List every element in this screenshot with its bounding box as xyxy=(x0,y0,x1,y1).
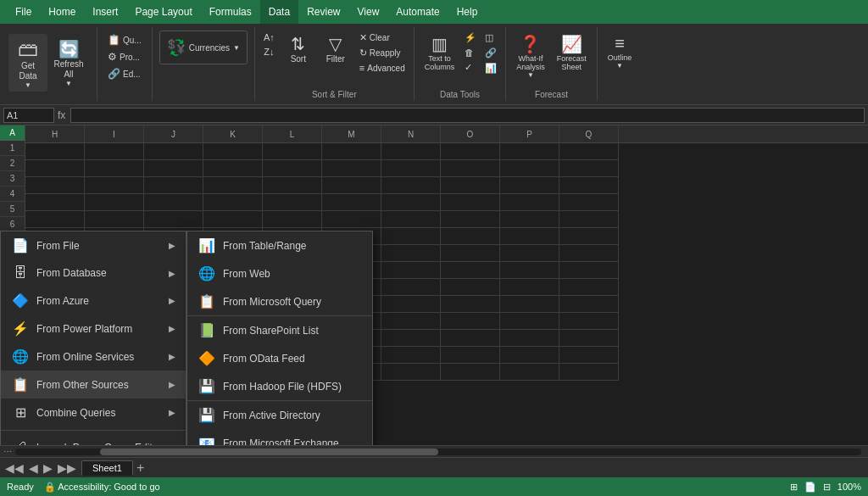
sheet-tab-sheet1[interactable]: Sheet1 xyxy=(81,460,133,476)
view-page-layout-icon[interactable]: 📄 xyxy=(804,482,816,493)
view-page-break-icon[interactable]: ⊟ xyxy=(823,482,831,493)
menu-help[interactable]: Help xyxy=(448,0,487,24)
properties-button[interactable]: ⚙ Pro... xyxy=(104,49,145,64)
submenu-item-from-sharepoint-list[interactable]: 📗 From SharePoint List xyxy=(187,316,372,344)
currencies-button[interactable]: 💱 Currencies ▼ xyxy=(159,31,248,64)
from-power-platform-label: From Power Platform xyxy=(36,323,132,335)
ribbon-group-currencies: 💱 Currencies ▼ xyxy=(153,27,255,101)
sheet1-label: Sheet1 xyxy=(92,463,122,473)
menu-file[interactable]: File xyxy=(7,0,40,24)
scroll-track[interactable] xyxy=(15,449,861,455)
tab-nav-next-icon[interactable]: ▶ xyxy=(42,461,54,475)
menu-review[interactable]: Review xyxy=(298,0,348,24)
reapply-button[interactable]: ↻ Reapply xyxy=(356,46,409,60)
data-tools-small-group2: ◫ 🔗 📊 xyxy=(481,31,500,75)
menu-formulas[interactable]: Formulas xyxy=(201,0,260,24)
sort-az-icon: A↑ xyxy=(264,32,275,42)
tab-nav-prev-icon[interactable]: ◀ xyxy=(27,461,40,475)
from-active-directory-icon: 💾 xyxy=(198,407,216,423)
launch-pqe-icon: 🖊 xyxy=(11,440,30,445)
menu-home[interactable]: Home xyxy=(40,0,84,24)
sheet-tabs-bar: ◀◀ ◀ ▶ ▶▶ Sheet1 + xyxy=(0,457,868,477)
relationships-button[interactable]: 🔗 xyxy=(481,46,500,60)
horizontal-scrollbar[interactable]: ⋯ xyxy=(0,445,868,457)
text-to-columns-button[interactable]: ▥ Text toColumns xyxy=(420,31,460,88)
sort-az-button[interactable]: A↑ xyxy=(260,31,278,44)
menu-item-combine-queries[interactable]: ⊞ Combine Queries ▶ xyxy=(1,398,186,426)
from-file-icon: 📄 xyxy=(11,237,30,254)
menu-item-launch-pqe[interactable]: 🖊 Launch Power Query Editor... xyxy=(1,434,186,445)
menu-automate[interactable]: Automate xyxy=(387,0,448,24)
currencies-label: Currencies xyxy=(189,43,230,53)
menu-item-from-online-services[interactable]: 🌐 From Online Services ▶ xyxy=(1,343,186,371)
get-data-button[interactable]: 🗃 GetData ▼ xyxy=(8,34,47,92)
menu-item-from-other-sources[interactable]: 📋 From Other Sources ▶ xyxy=(1,371,186,398)
properties-label: Pro... xyxy=(120,53,140,62)
submenu-item-from-microsoft-query[interactable]: 📋 From Microsoft Query xyxy=(187,287,372,315)
name-box[interactable] xyxy=(3,108,54,123)
text-to-columns-label: Text toColumns xyxy=(425,54,455,71)
forecast-sheet-icon: 📈 xyxy=(561,34,582,54)
menu-item-from-azure[interactable]: 🔷 From Azure ▶ xyxy=(1,287,186,315)
submenu-item-from-microsoft-exchange[interactable]: 📧 From Microsoft Exchange xyxy=(187,429,372,445)
forecast-buttons: ❓ What-IfAnalysis ▼ 📈 ForecastSheet xyxy=(511,31,592,88)
col-header-p: P xyxy=(500,125,559,142)
sort-za-button[interactable]: Z↓ xyxy=(260,45,277,59)
menu-view[interactable]: View xyxy=(349,0,388,24)
what-if-arrow-icon: ▼ xyxy=(527,71,534,79)
submenu-item-from-active-directory[interactable]: 💾 From Active Directory xyxy=(187,401,372,429)
clear-button[interactable]: ✕ Clear xyxy=(356,31,409,45)
get-data-arrow-icon: ▼ xyxy=(25,81,31,89)
forecast-sheet-button[interactable]: 📈 ForecastSheet xyxy=(552,31,592,88)
sort-button[interactable]: ⇅ Sort xyxy=(281,31,315,88)
refresh-all-button[interactable]: 🔄 RefreshAll ▼ xyxy=(49,34,88,92)
data-validation-button[interactable]: ✓ xyxy=(461,60,480,75)
menu-item-from-power-platform[interactable]: ⚡ From Power Platform ▶ xyxy=(1,315,186,343)
submenu-item-from-table-range[interactable]: 📊 From Table/Range xyxy=(187,231,372,259)
view-normal-icon[interactable]: ⊞ xyxy=(790,482,798,493)
from-web-icon: 🌐 xyxy=(198,265,216,281)
from-hadoop-label: From Hadoop File (HDFS) xyxy=(223,381,342,393)
from-database-label: From Database xyxy=(36,267,107,279)
cell-h1[interactable] xyxy=(25,143,85,160)
outline-icon: ≡ xyxy=(615,34,625,53)
queries-connections-button[interactable]: 📋 Qu... xyxy=(104,32,145,47)
tab-nav-last-icon[interactable]: ▶▶ xyxy=(56,461,78,475)
menu-item-from-file[interactable]: 📄 From File ▶ xyxy=(1,231,186,259)
menu-bar: File Home Insert Page Layout Formulas Da… xyxy=(0,0,868,24)
queries-icon: 📋 xyxy=(108,34,120,46)
ribbon-group-data-tools: ▥ Text toColumns ⚡ 🗑 ✓ ◫ 🔗 📊 Data Tools xyxy=(415,27,507,101)
queries-btns: 📋 Qu... ⚙ Pro... 🔗 Ed... xyxy=(103,31,147,83)
manage-model-button[interactable]: 📊 xyxy=(481,61,500,75)
menu-page-layout[interactable]: Page Layout xyxy=(126,0,200,24)
from-database-icon: 🗄 xyxy=(11,265,30,281)
data-tools-label: Data Tools xyxy=(440,88,480,99)
outline-button[interactable]: ≡ Outline ▼ xyxy=(603,31,637,88)
formula-input[interactable] xyxy=(70,108,865,123)
new-sheet-button[interactable]: + xyxy=(136,460,144,476)
submenu-item-from-hadoop[interactable]: 💾 From Hadoop File (HDFS) xyxy=(187,372,372,400)
filter-button[interactable]: ▽ Filter xyxy=(319,31,353,88)
ribbon: 🗃 GetData ▼ 🔄 RefreshAll ▼ 📋 Qu... ⚙ Pro… xyxy=(0,24,868,105)
row-header-6: 6 xyxy=(0,217,25,232)
scroll-thumb[interactable] xyxy=(100,449,438,455)
tab-nav-first-icon[interactable]: ◀◀ xyxy=(3,461,25,475)
submenu-item-from-web[interactable]: 🌐 From Web xyxy=(187,259,372,287)
flash-fill-button[interactable]: ⚡ xyxy=(461,31,480,45)
main-area: A 1 2 3 4 5 6 7 8 9 10 11 12 13 14 15 16… xyxy=(0,125,868,445)
consolidate-button[interactable]: ◫ xyxy=(481,31,500,45)
from-azure-arrow-icon: ▶ xyxy=(169,296,175,305)
menu-data[interactable]: Data xyxy=(260,0,298,24)
menu-item-from-database[interactable]: 🗄 From Database ▶ xyxy=(1,259,186,287)
clear-label: Clear xyxy=(370,33,390,42)
relationships-icon: 🔗 xyxy=(485,47,497,59)
submenu-item-from-odata-feed[interactable]: 🔶 From OData Feed xyxy=(187,344,372,372)
refresh-icon: 🔄 xyxy=(58,39,80,59)
edit-links-button[interactable]: 🔗 Ed... xyxy=(104,66,145,81)
what-if-analysis-button[interactable]: ❓ What-IfAnalysis ▼ xyxy=(511,31,550,88)
ribbon-group-sort-filter: A↑ Z↓ ⇅ Sort ▽ Filter ✕ Clear xyxy=(255,27,415,101)
remove-dupes-button[interactable]: 🗑 xyxy=(461,46,480,59)
advanced-button[interactable]: ≡ Advanced xyxy=(356,61,409,75)
menu-insert[interactable]: Insert xyxy=(84,0,126,24)
sort-az-za-group: A↑ Z↓ xyxy=(260,31,278,59)
